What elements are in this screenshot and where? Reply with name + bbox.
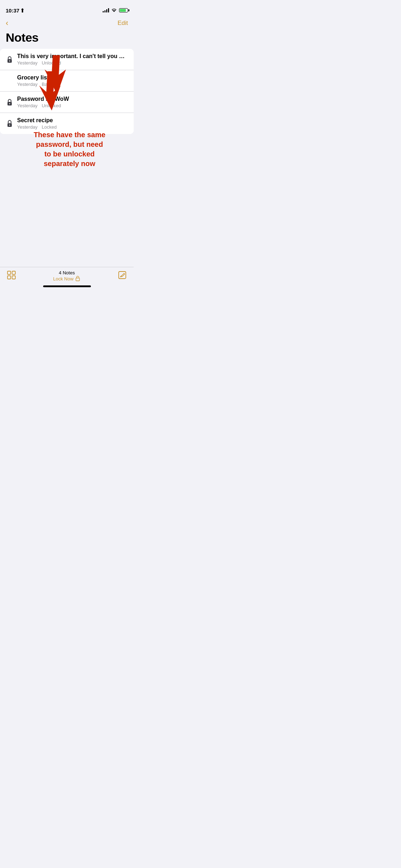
home-indicator <box>43 285 91 287</box>
note-item-2[interactable]: Grocery list Yesterday Bananas <box>0 70 134 92</box>
note-title-4: Secret recipe <box>17 117 128 124</box>
note-meta-1: Yesterday Unlocked <box>17 60 128 66</box>
svg-rect-8 <box>7 271 11 274</box>
signal-icon <box>103 8 109 12</box>
annotation-text-line2: password, but need <box>36 140 103 148</box>
bottom-bar: 4 Notes Lock Now <box>0 267 134 282</box>
battery-fill <box>120 9 126 12</box>
edit-button[interactable]: Edit <box>118 20 128 27</box>
svg-point-5 <box>9 124 10 125</box>
status-time: 10:37 <box>6 7 24 14</box>
note-title-1: This is very important. I can't tell you… <box>17 53 128 60</box>
svg-rect-11 <box>12 276 15 279</box>
notes-list: This is very important. I can't tell you… <box>0 49 134 134</box>
note-meta-3: Yesterday Unlocked <box>17 103 128 108</box>
svg-rect-10 <box>7 276 11 279</box>
note-meta-2: Yesterday Bananas <box>17 82 128 87</box>
note-title-3: Password for WoW <box>17 96 128 102</box>
annotation-text-line4: separately now <box>44 160 96 167</box>
nav-bar: ‹ Edit <box>0 16 134 31</box>
lock-icon-1 <box>6 56 14 63</box>
note-content-2: Grocery list Yesterday Bananas <box>17 74 128 87</box>
new-note-button[interactable] <box>118 271 127 281</box>
note-count: 4 Notes <box>53 270 81 275</box>
note-item-4[interactable]: Secret recipe Yesterday Locked <box>0 113 134 134</box>
location-icon <box>21 8 24 12</box>
page-title: Notes <box>0 31 134 49</box>
svg-rect-12 <box>76 278 79 281</box>
lock-icon-4 <box>6 120 14 127</box>
svg-point-3 <box>9 103 10 104</box>
lock-now-container[interactable]: Lock Now <box>53 275 81 282</box>
status-icons <box>103 8 128 12</box>
gallery-button[interactable] <box>7 271 16 281</box>
time-display: 10:37 <box>6 7 19 14</box>
note-title-2: Grocery list <box>17 74 128 81</box>
annotation-text-line3: to be unlocked <box>44 150 94 158</box>
battery-icon <box>119 8 128 12</box>
lock-icon-3 <box>6 99 14 106</box>
note-item-3[interactable]: Password for WoW Yesterday Unlocked <box>0 92 134 113</box>
note-content-4: Secret recipe Yesterday Locked <box>17 117 128 130</box>
note-content-3: Password for WoW Yesterday Unlocked <box>17 96 128 108</box>
note-content-1: This is very important. I can't tell you… <box>17 53 128 66</box>
wifi-icon <box>111 8 117 12</box>
note-item-1[interactable]: This is very important. I can't tell you… <box>0 49 134 70</box>
lock-now-icon <box>75 275 81 282</box>
bottom-center: 4 Notes Lock Now <box>53 270 81 282</box>
back-button[interactable]: ‹ <box>6 19 8 28</box>
svg-rect-9 <box>12 271 15 274</box>
status-bar: 10:37 <box>0 0 134 16</box>
svg-point-1 <box>9 60 10 61</box>
lock-now-label[interactable]: Lock Now <box>53 276 73 281</box>
note-meta-4: Yesterday Locked <box>17 124 128 130</box>
